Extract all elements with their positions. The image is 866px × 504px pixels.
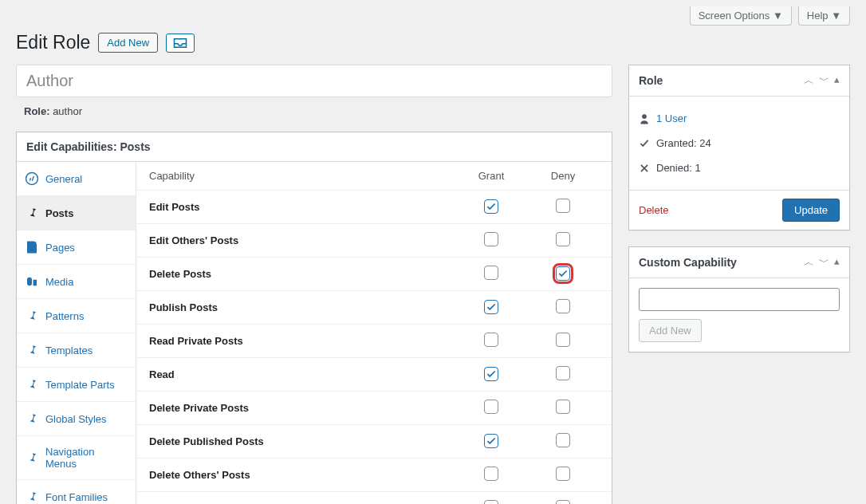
deny-checkbox[interactable]: [556, 232, 570, 246]
check-icon: [639, 138, 650, 149]
pin-icon: [25, 411, 39, 426]
chevron-down-icon[interactable]: ﹀: [819, 255, 829, 270]
deny-checkbox[interactable]: [556, 333, 570, 347]
grant-checkbox[interactable]: [484, 500, 498, 504]
granted-count: Granted: 24: [656, 137, 711, 149]
grant-checkbox[interactable]: [484, 333, 498, 347]
pin-icon: [25, 309, 39, 323]
nav-item-posts[interactable]: Posts: [17, 196, 136, 230]
chevron-up-icon[interactable]: ︿: [804, 73, 814, 88]
nav-label: Navigation Menus: [45, 446, 128, 470]
capabilities-panel-title: Edit Capabilities: Posts: [26, 140, 151, 153]
grant-checkbox[interactable]: [484, 232, 498, 246]
deny-checkbox[interactable]: [556, 266, 570, 281]
capability-name: Delete Others' Posts: [149, 469, 455, 481]
capability-name: Publish Posts: [149, 301, 455, 313]
caret-up-icon[interactable]: ▴: [834, 73, 840, 88]
capability-name: Read: [149, 368, 455, 380]
nav-label: Templates: [45, 345, 93, 356]
role-slug-value: author: [53, 105, 82, 117]
panel-controls: ︿ ﹀ ▴: [804, 255, 840, 270]
capability-row: Publish Posts: [136, 291, 612, 325]
capability-row: Edit Private Posts: [136, 492, 612, 504]
nav-item-pages[interactable]: Pages: [17, 230, 136, 265]
nav-item-templates[interactable]: Templates: [17, 333, 136, 368]
help-button[interactable]: Help ▼: [798, 6, 850, 26]
users-link[interactable]: 1 User: [656, 112, 687, 124]
role-title-input[interactable]: [16, 65, 612, 97]
capability-name: Edit Posts: [149, 201, 455, 213]
nav-label: Posts: [45, 207, 73, 219]
capability-row: Read Private Posts: [136, 325, 612, 358]
nav-label: Patterns: [45, 310, 84, 322]
grant-checkbox[interactable]: [484, 400, 498, 414]
custom-capability-input[interactable]: [639, 288, 840, 311]
grant-checkbox[interactable]: [484, 434, 498, 448]
nav-item-navigation-menus[interactable]: Navigation Menus: [17, 436, 136, 480]
deny-checkbox[interactable]: [556, 400, 570, 414]
page-icon: [25, 240, 39, 254]
media-icon: [25, 274, 39, 289]
col-grant: Grant: [455, 170, 527, 182]
nav-label: Pages: [45, 242, 75, 254]
panel-controls: ︿ ﹀ ▴: [804, 73, 840, 88]
nav-item-patterns[interactable]: Patterns: [17, 299, 136, 333]
add-custom-capability-button[interactable]: Add New: [639, 319, 702, 342]
pin-icon: [25, 451, 39, 465]
help-label: Help: [807, 10, 829, 22]
role-box-title: Role: [639, 74, 663, 87]
col-capability: Capability: [149, 170, 455, 182]
inbox-button[interactable]: [166, 33, 195, 53]
role-slug-line: Role: author: [16, 105, 612, 117]
page-title: Edit Role: [16, 32, 90, 53]
inbox-icon: [173, 37, 187, 49]
col-deny: Deny: [527, 170, 599, 182]
chevron-up-icon[interactable]: ︿: [804, 255, 814, 270]
grant-checkbox[interactable]: [484, 300, 498, 314]
denied-count: Denied: 1: [656, 162, 701, 174]
nav-label: Font Families: [45, 491, 108, 503]
nav-item-template-parts[interactable]: Template Parts: [17, 368, 136, 402]
capability-row: Edit Others' Posts: [136, 224, 612, 258]
deny-checkbox[interactable]: [556, 433, 570, 447]
deny-checkbox[interactable]: [556, 500, 570, 504]
x-icon: [639, 163, 650, 174]
capability-row: Read: [136, 358, 612, 392]
nav-label: Template Parts: [45, 379, 115, 391]
capability-row: Delete Private Posts: [136, 392, 612, 425]
nav-label: General: [45, 173, 82, 185]
pin-icon: [25, 490, 39, 504]
deny-checkbox[interactable]: [556, 467, 570, 481]
deny-checkbox[interactable]: [556, 299, 570, 313]
delete-role-link[interactable]: Delete: [639, 204, 669, 216]
grant-checkbox[interactable]: [484, 199, 498, 214]
capability-name: Delete Private Posts: [149, 402, 455, 414]
grant-checkbox[interactable]: [484, 367, 498, 381]
pin-icon: [25, 343, 39, 357]
svg-rect-1: [28, 242, 37, 253]
add-new-role-button[interactable]: Add New: [98, 33, 158, 53]
screen-options-button[interactable]: Screen Options ▼: [690, 6, 792, 26]
update-button[interactable]: Update: [782, 199, 840, 222]
grant-checkbox[interactable]: [484, 467, 498, 481]
grant-checkbox[interactable]: [484, 266, 498, 280]
svg-point-0: [26, 173, 38, 185]
nav-label: Global Styles: [45, 413, 107, 425]
caret-up-icon[interactable]: ▴: [834, 255, 840, 270]
capability-row: Delete Others' Posts: [136, 459, 612, 492]
capability-row: Edit Posts: [136, 191, 612, 224]
nav-label: Media: [45, 276, 73, 288]
nav-item-font-families[interactable]: Font Families: [17, 480, 136, 504]
custom-capability-title: Custom Capability: [639, 256, 737, 269]
nav-item-general[interactable]: General: [17, 162, 136, 196]
capabilities-table-header: Capability Grant Deny: [136, 162, 612, 191]
capability-name: Delete Published Posts: [149, 435, 455, 447]
capability-row: Delete Posts: [136, 258, 612, 291]
deny-checkbox[interactable]: [556, 366, 570, 380]
capability-name: Read Private Posts: [149, 335, 455, 347]
nav-item-media[interactable]: Media: [17, 265, 136, 299]
nav-item-global-styles[interactable]: Global Styles: [17, 402, 136, 436]
deny-checkbox[interactable]: [556, 199, 570, 213]
capabilities-nav: GeneralPostsPagesMediaPatternsTemplatesT…: [17, 162, 136, 504]
chevron-down-icon[interactable]: ﹀: [819, 73, 829, 88]
